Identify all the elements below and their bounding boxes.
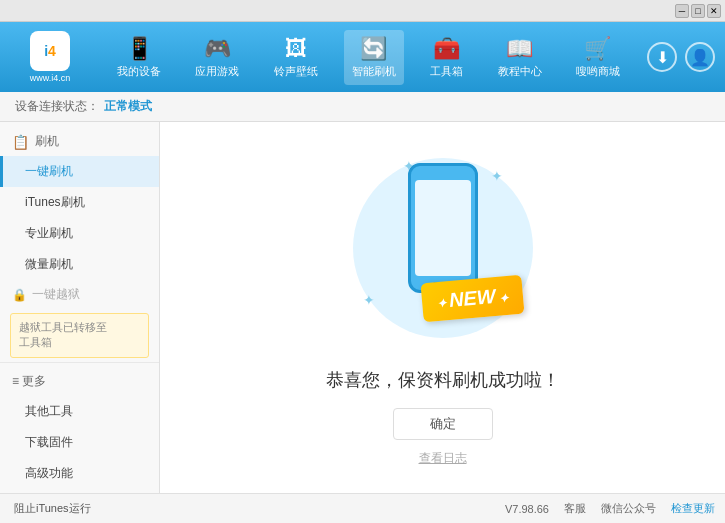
phone-screen [415,180,471,276]
status-value: 正常模式 [104,98,152,115]
new-badge: NEW [420,275,524,323]
toolbox-label: 工具箱 [430,64,463,79]
logo-url: www.i4.cn [30,73,71,83]
logo-icon: i4 [30,31,70,71]
sidebar-more-section[interactable]: ≡ 更多 [0,367,159,396]
smart-flash-icon: 🔄 [360,36,387,62]
sidebar-item-micro-flash[interactable]: 微量刷机 [0,249,159,280]
phone-illustration: ✦ ✦ ✦ NEW [343,148,543,348]
smart-flash-label: 智能刷机 [352,64,396,79]
sidebar-item-one-key-flash[interactable]: 一键刷机 [0,156,159,187]
sidebar-item-download-fw[interactable]: 下载固件 [0,427,159,458]
content-area: ✦ ✦ ✦ NEW 恭喜您，保资料刷机成功啦！ 确定 查看日志 [160,122,725,493]
my-device-icon: 📱 [126,36,153,62]
maximize-button[interactable]: □ [691,4,705,18]
logo: i4 www.i4.cn [10,31,90,83]
my-device-label: 我的设备 [117,64,161,79]
minimize-button[interactable]: ─ [675,4,689,18]
nav-tutorial[interactable]: 📖 教程中心 [490,30,550,85]
sparkle-2: ✦ [491,168,503,184]
header: i4 www.i4.cn 📱 我的设备 🎮 应用游戏 🖼 铃声壁纸 🔄 智能刷机… [0,22,725,92]
close-button[interactable]: ✕ [707,4,721,18]
itunes-run-button[interactable]: 阻止iTunes运行 [10,499,95,518]
window-controls: ─ □ ✕ [675,4,721,18]
ringtone-label: 铃声壁纸 [274,64,318,79]
tutorial-icon: 📖 [506,36,533,62]
flash-section-label: 刷机 [35,133,59,150]
sidebar-item-itunes-flash[interactable]: iTunes刷机 [0,187,159,218]
footer-left: 阻止iTunes运行 [10,499,95,518]
download-button[interactable]: ⬇ [647,42,677,72]
nav-my-device[interactable]: 📱 我的设备 [109,30,169,85]
nav-shop[interactable]: 🛒 嗖哟商城 [568,30,628,85]
sidebar-jailbreak-disabled: 🔒 一键越狱 [0,280,159,309]
status-bar: 设备连接状态： 正常模式 [0,92,725,122]
nav-right: ⬇ 👤 [647,42,715,72]
sidebar-item-pro-flash[interactable]: 专业刷机 [0,218,159,249]
main-layout: 📋 刷机 一键刷机 iTunes刷机 专业刷机 微量刷机 🔒 一键越狱 越狱工具… [0,122,725,493]
sidebar-flash-section[interactable]: 📋 刷机 [0,127,159,156]
shop-icon: 🛒 [584,36,611,62]
confirm-button[interactable]: 确定 [393,408,493,440]
sidebar: 📋 刷机 一键刷机 iTunes刷机 专业刷机 微量刷机 🔒 一键越狱 越狱工具… [0,122,160,493]
flash-section-icon: 📋 [12,134,29,150]
lock-icon: 🔒 [12,288,27,302]
nav-toolbox[interactable]: 🧰 工具箱 [422,30,471,85]
service-link[interactable]: 客服 [564,501,586,516]
more-section-label: ≡ 更多 [12,373,46,390]
nav-smart-flash[interactable]: 🔄 智能刷机 [344,30,404,85]
title-bar: ─ □ ✕ [0,0,725,22]
sparkle-3: ✦ [363,292,375,308]
account-button[interactable]: 👤 [685,42,715,72]
shop-label: 嗖哟商城 [576,64,620,79]
view-log-link[interactable]: 查看日志 [419,450,467,467]
toolbox-icon: 🧰 [433,36,460,62]
sidebar-item-advanced[interactable]: 高级功能 [0,458,159,489]
footer: 阻止iTunes运行 V7.98.66 客服 微信公众号 检查更新 [0,493,725,523]
wechat-link[interactable]: 微信公众号 [601,501,656,516]
nav-items: 📱 我的设备 🎮 应用游戏 🖼 铃声壁纸 🔄 智能刷机 🧰 工具箱 📖 教程中心… [100,30,637,85]
tutorial-label: 教程中心 [498,64,542,79]
success-text: 恭喜您，保资料刷机成功啦！ [326,368,560,392]
sidebar-divider [0,362,159,363]
sidebar-jailbreak-note: 越狱工具已转移至工具箱 [10,313,149,358]
jailbreak-label: 一键越狱 [32,286,80,303]
nav-ringtone[interactable]: 🖼 铃声壁纸 [266,30,326,85]
phone-body [408,163,478,293]
update-link[interactable]: 检查更新 [671,501,715,516]
app-game-icon: 🎮 [204,36,231,62]
footer-right: V7.98.66 客服 微信公众号 检查更新 [505,501,715,516]
nav-app-game[interactable]: 🎮 应用游戏 [187,30,247,85]
sidebar-item-other-tools[interactable]: 其他工具 [0,396,159,427]
app-game-label: 应用游戏 [195,64,239,79]
version-label: V7.98.66 [505,503,549,515]
status-label: 设备连接状态： [15,98,99,115]
ringtone-icon: 🖼 [285,36,307,62]
